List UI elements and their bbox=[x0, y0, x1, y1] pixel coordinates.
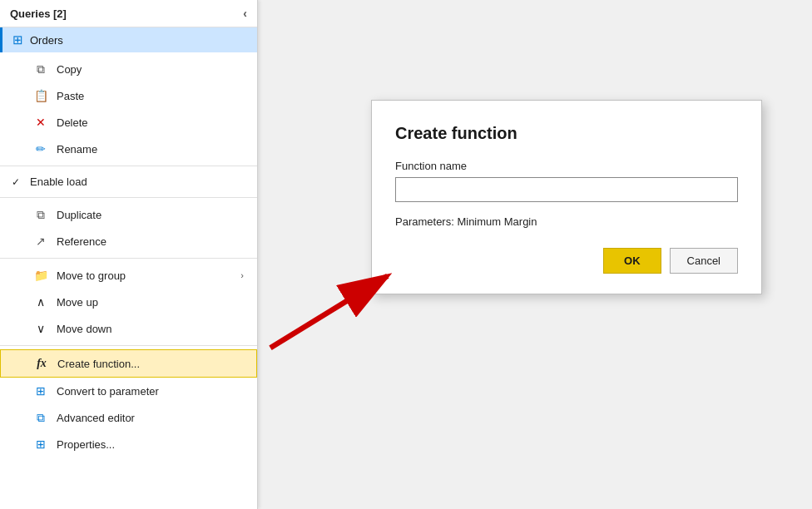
divider-3 bbox=[0, 258, 257, 259]
advanced-editor-label: Advanced editor bbox=[57, 412, 135, 424]
divider-4 bbox=[0, 345, 257, 346]
fx-icon: fx bbox=[34, 356, 49, 371]
divider-2 bbox=[0, 197, 257, 198]
menu-item-properties[interactable]: ⊞ Properties... bbox=[0, 431, 257, 457]
reference-label: Reference bbox=[57, 235, 106, 248]
properties-label: Properties... bbox=[57, 438, 115, 451]
table-icon: ⊞ bbox=[12, 32, 23, 47]
delete-icon: ✕ bbox=[33, 115, 48, 130]
duplicate-icon: ⧉ bbox=[33, 207, 48, 222]
folder-icon: 📁 bbox=[33, 268, 48, 283]
dialog-title: Create function bbox=[395, 124, 738, 143]
menu-item-move-down[interactable]: ∨ Move down bbox=[0, 315, 257, 342]
query-item-orders[interactable]: ⊞ Orders bbox=[0, 27, 257, 52]
collapse-button[interactable]: ‹ bbox=[243, 7, 247, 20]
check-icon: ✓ bbox=[12, 176, 20, 188]
convert-icon: ⊞ bbox=[33, 383, 48, 398]
menu-item-create-function[interactable]: fx Create function... bbox=[0, 349, 257, 378]
submenu-arrow-icon: › bbox=[240, 270, 244, 280]
copy-label: Copy bbox=[57, 63, 82, 76]
paste-icon: 📋 bbox=[33, 88, 48, 103]
divider-1 bbox=[0, 166, 257, 166]
query-name: Orders bbox=[30, 34, 63, 47]
svg-line-1 bbox=[270, 276, 388, 348]
convert-param-label: Convert to parameter bbox=[57, 385, 159, 398]
move-to-group-label: Move to group bbox=[57, 269, 126, 282]
advanced-editor-icon: ⧉ bbox=[33, 410, 48, 425]
menu-item-reference[interactable]: ↗ Reference bbox=[0, 228, 257, 254]
menu-item-copy[interactable]: ⧉ Copy bbox=[0, 56, 257, 82]
paste-label: Paste bbox=[57, 90, 84, 102]
create-function-dialog: Create function Function name Parameters… bbox=[371, 100, 762, 294]
copy-icon: ⧉ bbox=[33, 62, 48, 77]
function-name-label: Function name bbox=[395, 160, 738, 172]
menu-item-delete[interactable]: ✕ Delete bbox=[0, 109, 257, 136]
dialog-buttons: OK Cancel bbox=[395, 248, 738, 274]
rename-icon: ✏ bbox=[33, 141, 48, 156]
move-up-label: Move up bbox=[57, 296, 98, 309]
menu-item-convert-to-parameter[interactable]: ⊞ Convert to parameter bbox=[0, 378, 257, 404]
params-label: Parameters: Minimum Margin bbox=[395, 215, 738, 228]
menu-item-rename[interactable]: ✏ Rename bbox=[0, 136, 257, 162]
menu-item-duplicate[interactable]: ⧉ Duplicate bbox=[0, 201, 257, 228]
move-down-label: Move down bbox=[57, 323, 111, 335]
properties-icon: ⊞ bbox=[33, 437, 48, 452]
delete-label: Delete bbox=[57, 116, 88, 129]
menu-item-paste[interactable]: 📋 Paste bbox=[0, 82, 257, 109]
enable-load-label: Enable load bbox=[30, 175, 87, 188]
function-name-input[interactable] bbox=[395, 177, 738, 202]
ok-button[interactable]: OK bbox=[603, 248, 661, 274]
panel-title: Queries [2] bbox=[10, 7, 67, 20]
cancel-button[interactable]: Cancel bbox=[670, 248, 738, 274]
panel-header: Queries [2] ‹ bbox=[0, 0, 257, 27]
context-menu-list: ⧉ Copy 📋 Paste ✕ Delete ✏ Rename ✓ Enabl… bbox=[0, 52, 257, 461]
reference-icon: ↗ bbox=[33, 234, 48, 249]
menu-item-move-up[interactable]: ∧ Move up bbox=[0, 289, 257, 315]
context-menu-panel: Queries [2] ‹ ⊞ Orders ⧉ Copy 📋 Paste ✕ … bbox=[0, 0, 258, 509]
menu-item-move-to-group[interactable]: 📁 Move to group › bbox=[0, 262, 257, 289]
menu-item-enable-load[interactable]: ✓ Enable load bbox=[0, 170, 257, 194]
rename-label: Rename bbox=[57, 143, 97, 156]
move-down-icon: ∨ bbox=[33, 321, 48, 336]
menu-item-advanced-editor[interactable]: ⧉ Advanced editor bbox=[0, 404, 257, 431]
move-up-icon: ∧ bbox=[33, 294, 48, 309]
create-function-label: Create function... bbox=[57, 358, 140, 370]
duplicate-label: Duplicate bbox=[57, 209, 102, 221]
